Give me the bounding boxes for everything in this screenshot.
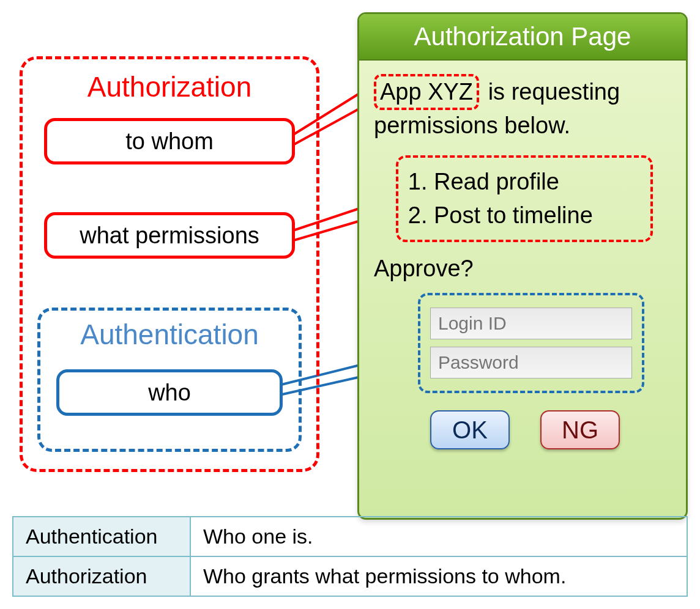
login-box: [418, 293, 644, 393]
button-row: OK NG: [430, 410, 671, 449]
term-cell: Authentication: [13, 517, 190, 556]
ng-button[interactable]: NG: [540, 410, 620, 449]
app-name-chip: App XYZ: [374, 74, 479, 110]
authorization-group: Authorization to whom what permissions A…: [20, 56, 319, 472]
request-line: App XYZ is requesting permissions below.: [374, 74, 671, 142]
desc-cell: Who one is.: [190, 517, 687, 556]
table-row: Authentication Who one is.: [13, 517, 687, 556]
permission-item: Read profile: [434, 166, 639, 197]
approve-label: Approve?: [374, 253, 671, 284]
what-permissions-label: what permissions: [80, 223, 259, 249]
permissions-box: Read profile Post to timeline: [396, 155, 653, 243]
permission-item: Post to timeline: [434, 200, 639, 231]
authorization-page-panel: Authorization Page App XYZ is requesting…: [357, 12, 688, 520]
authentication-title: Authentication: [40, 318, 299, 351]
who-pill: who: [56, 369, 283, 416]
to-whom-label: to whom: [125, 128, 214, 155]
who-label: who: [148, 380, 191, 406]
authentication-group: Authentication who: [37, 308, 302, 452]
authorization-title: Authorization: [23, 70, 316, 103]
term-cell: Authorization: [13, 556, 190, 596]
to-whom-pill: to whom: [44, 118, 295, 164]
ok-label: OK: [452, 413, 488, 446]
password-input[interactable]: [430, 347, 632, 378]
desc-cell: Who grants what permissions to whom.: [190, 556, 687, 596]
page-header: Authorization Page: [359, 14, 686, 61]
what-permissions-pill: what permissions: [44, 212, 295, 259]
ng-label: NG: [562, 413, 598, 446]
page-body: App XYZ is requesting permissions below.…: [359, 61, 686, 463]
table-row: Authorization Who grants what permission…: [13, 556, 687, 596]
definitions-table: Authentication Who one is. Authorization…: [12, 516, 688, 597]
login-id-input[interactable]: [430, 308, 632, 339]
diagram-canvas: Authorization to whom what permissions A…: [12, 12, 688, 597]
permissions-list: Read profile Post to timeline: [409, 166, 639, 232]
ok-button[interactable]: OK: [430, 410, 510, 449]
